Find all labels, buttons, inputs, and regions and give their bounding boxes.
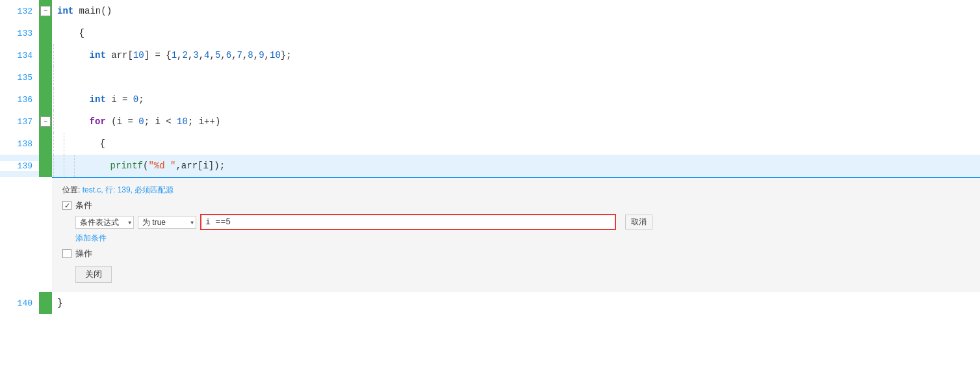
token-str: "%d " [148, 161, 175, 171]
token-num: 9 [259, 50, 264, 60]
condition-when-select[interactable]: 为 true 已更改 [138, 216, 196, 229]
bottom-gutter [39, 292, 52, 314]
indent-marker [74, 155, 82, 177]
editor-container: 132−int main()133 {134 int arr[10] = {1,… [0, 0, 980, 368]
token-plain: ; i++) [188, 116, 220, 127]
token-num: 0 [133, 94, 138, 105]
line-number: 137 [0, 117, 39, 127]
condition-when-wrapper: 为 true 已更改 [138, 216, 196, 229]
token-num: 8 [248, 50, 253, 60]
code-line: 132−int main() [0, 0, 980, 22]
collapse-button[interactable]: − [40, 116, 51, 127]
indent-marker [53, 88, 61, 111]
line-number: 135 [0, 73, 39, 83]
code-tokens: printf("%d ",arr[i]); [83, 155, 980, 177]
condition-input-wrapper [200, 214, 616, 230]
indent-marker [53, 155, 61, 177]
token-plain: ] = { [144, 50, 172, 60]
token-num: 4 [204, 50, 209, 60]
operation-checkbox[interactable] [62, 249, 71, 258]
token-plain: i = [106, 94, 133, 105]
token-num: 10 [177, 116, 188, 127]
token-plain: , [231, 50, 237, 60]
token-kw-blue: int [57, 6, 73, 16]
code-line: 134 int arr[10] = {1,2,3,4,5,6,7,8,9,10}… [0, 44, 980, 66]
token-plain: (i = [106, 116, 138, 127]
location-detail: test.c, 行: 139, 必须匹配源 [83, 185, 174, 194]
add-condition-link[interactable]: 添加条件 [75, 234, 107, 243]
token-num: 3 [193, 50, 198, 60]
indent-marker [53, 133, 61, 155]
bottom-line: 140 } [0, 292, 980, 314]
code-tokens: int arr[10] = {1,2,3,4,5,6,7,8,9,10}; [62, 44, 980, 66]
line-number: 136 [0, 95, 39, 105]
condition-header-row: 条件 [62, 200, 970, 211]
token-kw-blue: int [90, 94, 106, 105]
panel-location: 位置: test.c, 行: 139, 必须匹配源 [62, 185, 970, 196]
gutter [39, 66, 52, 88]
close-button[interactable]: 关闭 [75, 266, 112, 283]
code-line: 136 int i = 0; [0, 88, 980, 111]
gutter: − [39, 111, 52, 133]
token-kw-purple: for [90, 116, 106, 127]
code-line: 138 { [0, 133, 980, 155]
code-line: 139 printf("%d ",arr[i]); [0, 155, 980, 177]
condition-checkbox[interactable] [62, 201, 71, 210]
operation-row: 操作 [62, 248, 970, 259]
code-line: 135 [0, 66, 980, 88]
token-num: 10 [270, 50, 281, 60]
token-kw-blue: int [90, 50, 106, 60]
token-num: 7 [237, 50, 242, 60]
gutter [39, 133, 52, 155]
token-plain: , [210, 50, 215, 60]
indent-marker [53, 66, 61, 88]
token-num: 0 [138, 116, 144, 127]
condition-label: 条件 [75, 200, 92, 211]
condition-input-row: 条件表达式 命中次数 为 true 已更改 取消 [75, 214, 970, 230]
code-area: 132−int main()133 {134 int arr[10] = {1,… [0, 0, 980, 177]
code-tokens: int i = 0; [62, 88, 980, 111]
line-number: 138 [0, 139, 39, 149]
indent-marker [53, 44, 61, 66]
indent-marker [64, 133, 71, 155]
code-tokens [62, 66, 980, 88]
code-tokens: for (i = 0; i < 10; i++) [62, 111, 980, 133]
bottom-code-content: } [52, 292, 980, 314]
indent-marker [53, 111, 61, 133]
code-tokens: { [73, 133, 980, 155]
condition-type-select[interactable]: 条件表达式 命中次数 [75, 216, 134, 229]
code-line: 133 { [0, 22, 980, 44]
code-tokens: int main() [52, 0, 980, 22]
condition-input[interactable] [201, 215, 615, 229]
gutter [39, 88, 52, 111]
line-number: 133 [0, 29, 39, 38]
line-number: 134 [0, 51, 39, 60]
token-num: 2 [182, 50, 187, 60]
token-fn: printf [110, 161, 143, 171]
line-number: 132 [0, 7, 39, 16]
operation-label: 操作 [75, 248, 92, 259]
line-number: 139 [0, 161, 39, 171]
token-plain: ; i < [144, 116, 177, 127]
cancel-button[interactable]: 取消 [625, 215, 652, 230]
indent-marker [64, 155, 71, 177]
token-plain: { [100, 138, 105, 149]
token-plain: ; [138, 94, 144, 105]
token-num: 1 [172, 50, 177, 60]
code-tokens: { [52, 22, 980, 44]
collapse-button[interactable]: − [40, 6, 51, 16]
gutter [39, 44, 52, 66]
gutter [39, 155, 52, 177]
token-plain: ,arr[i]); [175, 161, 225, 171]
breakpoint-panel: 位置: test.c, 行: 139, 必须匹配源 条件 条件表达式 命中次数 … [52, 177, 980, 292]
token-plain: }; [281, 50, 292, 60]
code-line: 137− for (i = 0; i < 10; i++) [0, 111, 980, 133]
token-plain: { [79, 28, 84, 38]
token-num: 6 [226, 50, 231, 60]
gutter [39, 22, 52, 44]
gutter: − [39, 0, 52, 22]
token-plain: arr[ [106, 50, 133, 60]
condition-type-wrapper: 条件表达式 命中次数 [75, 216, 134, 229]
token-plain: main() [73, 6, 112, 16]
token-plain: , [199, 50, 204, 60]
